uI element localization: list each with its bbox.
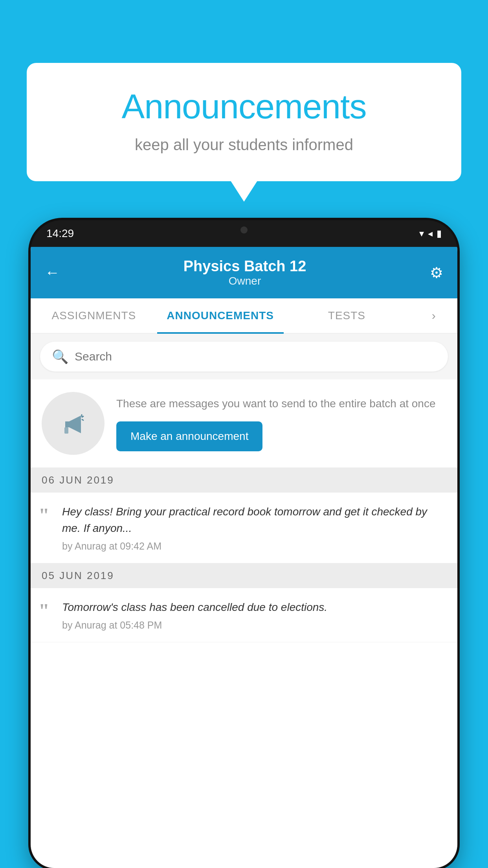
announcement-item-1[interactable]: " Hey class! Bring your practical record… xyxy=(31,493,457,563)
quote-icon-1: " xyxy=(39,505,54,525)
announcement-content-1: Hey class! Bring your practical record b… xyxy=(62,504,446,552)
speech-bubble-container: Announcements keep all your students inf… xyxy=(27,63,461,181)
date-separator-2: 05 JUN 2019 xyxy=(31,563,457,588)
announcements-subtitle: keep all your students informed xyxy=(46,136,442,154)
announcement-icon-circle xyxy=(42,392,105,455)
quote-icon-2: " xyxy=(39,601,54,620)
make-announcement-button[interactable]: Make an announcement xyxy=(116,421,262,451)
back-button[interactable]: ← xyxy=(45,264,60,281)
phone-screen: ← Physics Batch 12 Owner ⚙ ASSIGNMENTS A… xyxy=(31,247,457,868)
search-container: 🔍 xyxy=(31,334,457,379)
announcement-promo: These are messages you want to send to t… xyxy=(31,379,457,468)
app-bar: ← Physics Batch 12 Owner ⚙ xyxy=(31,247,457,298)
search-box: 🔍 xyxy=(40,342,448,371)
status-bar: 14:29 ▾ ◂ ▮ xyxy=(31,220,457,247)
settings-icon[interactable]: ⚙ xyxy=(430,264,443,281)
announcement-promo-text: These are messages you want to send to t… xyxy=(116,395,446,412)
battery-icon: ▮ xyxy=(437,228,442,239)
speech-bubble: Announcements keep all your students inf… xyxy=(27,63,461,181)
announcement-meta-2: by Anurag at 05:48 PM xyxy=(62,620,446,631)
tabs-bar: ASSIGNMENTS ANNOUNCEMENTS TESTS › xyxy=(31,298,457,334)
app-bar-title: Physics Batch 12 xyxy=(60,258,430,275)
date-separator-1: 06 JUN 2019 xyxy=(31,468,457,493)
megaphone-icon xyxy=(57,408,89,439)
announcement-meta-1: by Anurag at 09:42 AM xyxy=(62,541,446,552)
announcement-text-1: Hey class! Bring your practical record b… xyxy=(62,504,446,537)
tab-more[interactable]: › xyxy=(410,298,457,333)
tab-announcements[interactable]: ANNOUNCEMENTS xyxy=(157,298,284,333)
status-icons: ▾ ◂ ▮ xyxy=(419,228,442,239)
camera xyxy=(240,226,248,234)
app-bar-subtitle: Owner xyxy=(60,275,430,287)
wifi-icon: ▾ xyxy=(419,228,424,239)
announcement-item-2[interactable]: " Tomorrow's class has been cancelled du… xyxy=(31,588,457,642)
announcement-promo-content: These are messages you want to send to t… xyxy=(116,395,446,451)
app-bar-title-container: Physics Batch 12 Owner xyxy=(60,258,430,287)
search-input[interactable] xyxy=(75,350,436,363)
tab-assignments[interactable]: ASSIGNMENTS xyxy=(31,298,157,333)
phone-notch xyxy=(213,220,275,240)
tab-tests[interactable]: TESTS xyxy=(284,298,410,333)
svg-rect-0 xyxy=(64,427,68,434)
status-time: 14:29 xyxy=(46,227,74,240)
announcements-heading: Announcements xyxy=(46,86,442,127)
announcement-content-2: Tomorrow's class has been cancelled due … xyxy=(62,599,446,631)
announcement-text-2: Tomorrow's class has been cancelled due … xyxy=(62,599,446,616)
search-icon: 🔍 xyxy=(52,349,68,364)
phone-frame: 14:29 ▾ ◂ ▮ ← Physics Batch 12 Owner ⚙ A… xyxy=(31,220,457,868)
signal-icon: ◂ xyxy=(428,228,433,239)
